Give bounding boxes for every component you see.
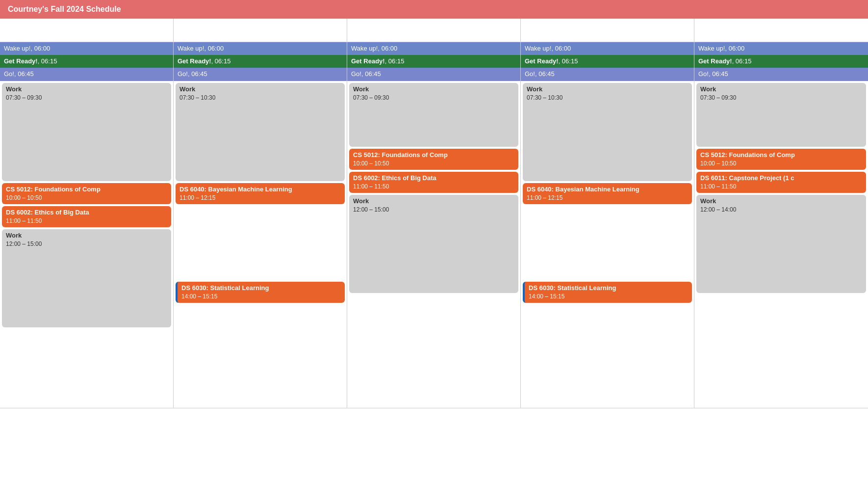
event-get-ready[interactable]: Get Ready!, 06:15 [521, 55, 694, 68]
event-go[interactable]: Go!, 06:45 [521, 68, 694, 80]
bottom-spacer [0, 329, 173, 408]
event-class[interactable]: DS 6002: Ethics of Big Data11:00 – 11:50 [349, 172, 518, 193]
spacer-block [521, 206, 694, 280]
calendar-grid: Wake up!, 06:00Get Ready!, 06:15Go!, 06:… [0, 19, 868, 408]
event-class[interactable]: DS 6040: Bayesian Machine Learning11:00 … [523, 183, 692, 204]
event-ds6030[interactable]: DS 6030: Statistical Learning14:00 – 15:… [523, 282, 692, 303]
event-wake-up[interactable]: Wake up!, 06:00 [0, 42, 173, 55]
event-work[interactable]: Work12:00 – 15:00 [349, 195, 518, 293]
bottom-spacer [174, 305, 347, 383]
event-wake-up[interactable]: Wake up!, 06:00 [694, 42, 868, 55]
event-wake-up[interactable]: Wake up!, 06:00 [347, 42, 520, 55]
page-title: Courtney's Fall 2024 Schedule [8, 5, 121, 13]
event-class[interactable]: DS 6040: Bayesian Machine Learning11:00 … [176, 183, 345, 204]
event-work[interactable]: Work12:00 – 14:00 [696, 195, 866, 293]
bottom-spacer [694, 295, 868, 374]
event-go[interactable]: Go!, 06:45 [694, 68, 868, 80]
event-get-ready[interactable]: Get Ready!, 06:15 [174, 55, 347, 68]
event-wake-up[interactable]: Wake up!, 06:00 [521, 42, 694, 55]
day-column-2: Wake up!, 06:00Get Ready!, 06:15Go!, 06:… [174, 19, 347, 408]
event-class[interactable]: DS 6011: Capstone Project (1 c11:00 – 11… [696, 172, 866, 193]
event-get-ready[interactable]: Get Ready!, 06:15 [0, 55, 173, 68]
day-column-5: Wake up!, 06:00Get Ready!, 06:15Go!, 06:… [694, 19, 868, 408]
event-class[interactable]: CS 5012: Foundations of Comp10:00 – 10:5… [2, 183, 171, 204]
day-header-2 [174, 19, 347, 42]
bottom-spacer [347, 295, 520, 374]
page-header: Courtney's Fall 2024 Schedule [0, 0, 868, 19]
day-column-4: Wake up!, 06:00Get Ready!, 06:15Go!, 06:… [521, 19, 694, 408]
event-go[interactable]: Go!, 06:45 [347, 68, 520, 80]
event-work[interactable]: Work07:30 – 10:30 [176, 83, 345, 181]
day-header-1 [0, 19, 173, 42]
event-get-ready[interactable]: Get Ready!, 06:15 [694, 55, 868, 68]
event-wake-up[interactable]: Wake up!, 06:00 [174, 42, 347, 55]
spacer-block [174, 206, 347, 280]
day-header-5 [694, 19, 868, 42]
event-get-ready[interactable]: Get Ready!, 06:15 [347, 55, 520, 68]
event-ds6030[interactable]: DS 6030: Statistical Learning14:00 – 15:… [176, 282, 345, 303]
day-header-3 [347, 19, 520, 42]
bottom-spacer [521, 305, 694, 383]
event-go[interactable]: Go!, 06:45 [174, 68, 347, 80]
day-column-1: Wake up!, 06:00Get Ready!, 06:15Go!, 06:… [0, 19, 174, 408]
event-work[interactable]: Work07:30 – 10:30 [523, 83, 692, 181]
event-class[interactable]: CS 5012: Foundations of Comp10:00 – 10:5… [349, 149, 518, 170]
day-column-3: Wake up!, 06:00Get Ready!, 06:15Go!, 06:… [347, 19, 521, 408]
event-go[interactable]: Go!, 06:45 [0, 68, 173, 80]
event-work[interactable]: Work12:00 – 15:00 [2, 229, 171, 327]
event-work[interactable]: Work07:30 – 09:30 [2, 83, 171, 181]
event-work[interactable]: Work07:30 – 09:30 [349, 83, 518, 147]
event-work[interactable]: Work07:30 – 09:30 [696, 83, 866, 147]
event-class[interactable]: DS 6002: Ethics of Big Data11:00 – 11:50 [2, 206, 171, 227]
event-class[interactable]: CS 5012: Foundations of Comp10:00 – 10:5… [696, 149, 866, 170]
day-header-4 [521, 19, 694, 42]
